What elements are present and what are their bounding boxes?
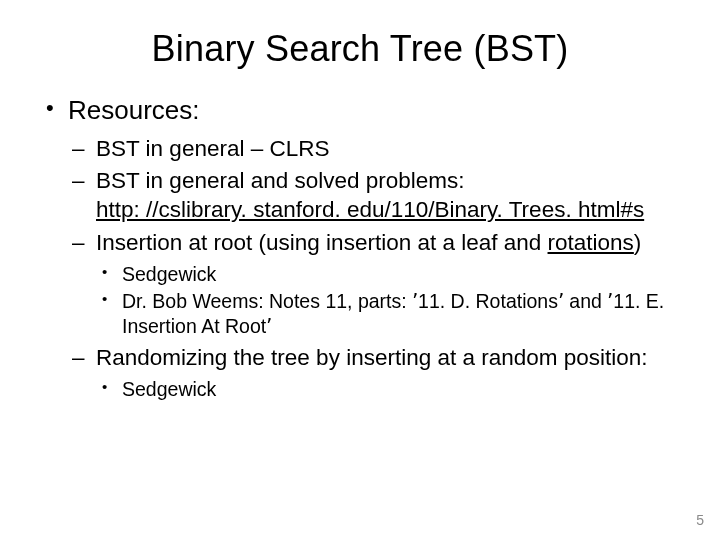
list-item: Resources: BST in general – CLRS BST in …: [40, 94, 680, 402]
slide: Binary Search Tree (BST) Resources: BST …: [0, 0, 720, 540]
l2-text: BST in general and solved problems:: [96, 168, 465, 193]
list-item: Dr. Bob Weems: Notes 11, parts: ʼ11. D. …: [96, 289, 680, 340]
list-item: Sedgewick: [96, 377, 680, 402]
list-item: Insertion at root (using insertion at a …: [68, 229, 680, 340]
slide-title: Binary Search Tree (BST): [0, 0, 720, 80]
l2-text-post: ): [634, 230, 642, 255]
list-item: BST in general – CLRS: [68, 135, 680, 164]
bullet-list-level1: Resources: BST in general – CLRS BST in …: [40, 94, 680, 402]
l2-text: Randomizing the tree by inserting at a r…: [96, 345, 648, 370]
l2-text-underline: rotations: [548, 230, 634, 255]
list-item: Randomizing the tree by inserting at a r…: [68, 344, 680, 402]
list-item: BST in general and solved problems: http…: [68, 167, 680, 225]
list-item: Sedgewick: [96, 262, 680, 287]
bullet-list-level3: Sedgewick Dr. Bob Weems: Notes 11, parts…: [96, 262, 680, 340]
page-number: 5: [696, 512, 704, 528]
bullet-list-level2: BST in general – CLRS BST in general and…: [68, 135, 680, 402]
l2-text-pre: Insertion at root (using insertion at a …: [96, 230, 548, 255]
slide-body: Resources: BST in general – CLRS BST in …: [0, 80, 720, 402]
l1-label: Resources:: [68, 95, 200, 125]
resource-link[interactable]: http: //cslibrary. stanford. edu/110/Bin…: [96, 197, 644, 222]
bullet-list-level3: Sedgewick: [96, 377, 680, 402]
